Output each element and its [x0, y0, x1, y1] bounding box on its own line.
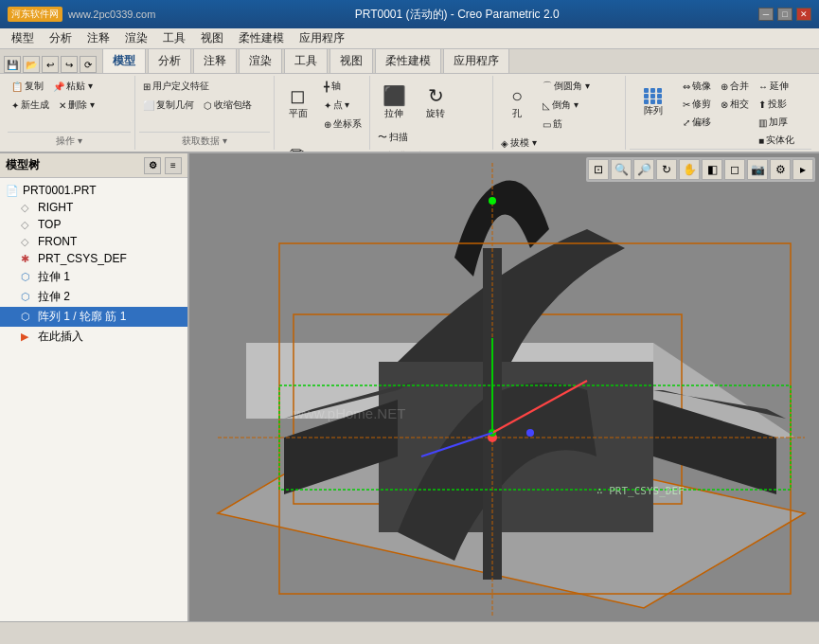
menu-flexible[interactable]: 柔性建模	[231, 28, 292, 48]
tree-item-prt0001[interactable]: 📄 PRT0001.PRT	[0, 182, 187, 199]
minimize-button[interactable]: ─	[758, 8, 774, 21]
menu-analysis[interactable]: 分析	[42, 28, 80, 48]
quick-undo-btn[interactable]: ↩	[42, 56, 59, 73]
project-button[interactable]: ⬆投影	[755, 96, 798, 113]
extrude1-icon: ⬡	[21, 271, 34, 283]
tree-filter-button[interactable]: ≡	[165, 157, 182, 174]
copy-geometry-button[interactable]: ⬜ 复制几何	[139, 97, 198, 114]
tree-item-top[interactable]: ◇ TOP	[0, 216, 187, 233]
vp-perspective-btn[interactable]: ◻	[724, 159, 745, 180]
extrude-button[interactable]: ⬛ 拉伸	[374, 78, 414, 127]
ribbon-tabs: 💾 📂 ↩ ↪ ⟳ 模型 分析 注释 渲染 工具 视图 柔性建模 应用程序	[0, 49, 819, 74]
vp-settings-btn[interactable]: ⚙	[770, 159, 791, 180]
mirror-button[interactable]: ⇔镜像	[679, 78, 715, 95]
tab-apps[interactable]: 应用程序	[443, 48, 509, 73]
chamfer-button[interactable]: ◺倒角 ▾	[539, 97, 594, 114]
tree-settings-button[interactable]: ⚙	[144, 157, 161, 174]
offset-button[interactable]: ⤢偏移	[679, 114, 715, 131]
paste-icon: 📌	[53, 81, 64, 92]
vp-display-btn[interactable]: ◧	[702, 159, 722, 180]
hole-button[interactable]: ○ 孔	[497, 78, 537, 127]
tree-item-extrude1[interactable]: ⬡ 拉伸 1	[0, 267, 187, 287]
point-button[interactable]: ✦点 ▾	[320, 97, 365, 114]
quick-redo-btn[interactable]: ↪	[61, 56, 78, 73]
menubar: 模型 分析 注释 渲染 工具 视图 柔性建模 应用程序	[0, 28, 819, 49]
vp-pan-btn[interactable]: ✋	[679, 159, 700, 180]
tab-view[interactable]: 视图	[329, 48, 373, 73]
trim-button[interactable]: ✂修剪	[679, 96, 715, 113]
edit-buttons: 阵列 ⇔镜像 ✂修剪 ⤢偏移 ⊕合并	[630, 78, 811, 149]
maximize-button[interactable]: □	[777, 8, 792, 21]
quick-open-btn[interactable]: 📂	[23, 56, 40, 73]
vp-zoom-in-btn[interactable]: 🔍	[611, 159, 632, 180]
vp-zoom-out-btn[interactable]: 🔎	[633, 159, 654, 180]
tab-render[interactable]: 渲染	[239, 48, 282, 73]
menu-apps[interactable]: 应用程序	[292, 28, 352, 48]
revolve-button[interactable]: ↻ 旋转	[416, 78, 455, 127]
menu-render[interactable]: 渲染	[117, 28, 155, 48]
tab-model[interactable]: 模型	[102, 48, 146, 73]
tree-item-insert-here[interactable]: ▶ 在此插入	[0, 327, 187, 347]
ribbon: 💾 📂 ↩ ↪ ⟳ 模型 分析 注释 渲染 工具 视图 柔性建模 应用程序 📋 …	[0, 49, 819, 153]
solidify-button[interactable]: ■实体化	[755, 132, 798, 149]
menu-annotation[interactable]: 注释	[80, 28, 117, 48]
quick-regen-btn[interactable]: ⟳	[80, 56, 97, 73]
intersect-button[interactable]: ⊗相交	[717, 96, 753, 113]
extend-button[interactable]: ↔延伸	[755, 78, 798, 95]
vp-camera-btn[interactable]: 📷	[747, 159, 768, 180]
window-title: PRT0001 (活动的) - Creo Parametric 2.0	[355, 7, 560, 23]
viewport[interactable]: ∴ PRT_CSYS_DEF www.pHome.NET ⊡ 🔍 🔎 ↻ ✋ ◧…	[189, 153, 819, 621]
tab-tools[interactable]: 工具	[284, 48, 328, 73]
sketch-button[interactable]: ✏ 草绘	[278, 134, 318, 152]
close-button[interactable]: ✕	[796, 8, 811, 21]
csys-def-icon: ✱	[21, 253, 34, 265]
tree-item-extrude2[interactable]: ⬡ 拉伸 2	[0, 287, 187, 307]
vp-more-btn[interactable]: ▸	[792, 159, 813, 180]
sweep-blend-button[interactable]: ≋扫描混合	[374, 148, 429, 152]
merge-button[interactable]: ⊕合并	[717, 78, 753, 95]
axis-button[interactable]: ╋轴	[320, 78, 365, 95]
acquire-label: 获取数据 ▾	[139, 132, 270, 148]
round-button[interactable]: ⌒倒圆角 ▾	[539, 78, 594, 95]
sweep-button[interactable]: 〜扫描	[374, 129, 429, 146]
tab-flexible[interactable]: 柔性建模	[375, 48, 441, 73]
ribbon-section-shape: ⬛ 拉伸 ↻ 旋转 〜扫描 ≋扫描混合 形状 ▾	[370, 76, 493, 150]
sketch-icon: ✏	[290, 141, 306, 152]
copy-icon: 📋	[11, 81, 23, 92]
menu-view[interactable]: 视图	[193, 28, 231, 48]
thicken-icon: ▥	[758, 117, 767, 128]
revolve-icon: ↻	[428, 84, 444, 107]
titlebar: 河东软件网 www.2pc0339.com PRT0001 (活动的) - Cr…	[0, 0, 819, 28]
array-button[interactable]: 阵列	[630, 78, 677, 127]
point-icon: ✦	[324, 100, 331, 111]
menu-tools[interactable]: 工具	[155, 28, 193, 48]
ribbon-section-operate: 📋 复制 📌 粘贴 ▾ ✦ 新生成 ✕ 删除 ▾ 操作 ▾	[4, 76, 135, 150]
round-icon: ⌒	[543, 80, 552, 93]
plane-top-icon: ◇	[21, 219, 34, 231]
csys-button[interactable]: ⊕坐标系	[320, 116, 365, 133]
intersect-icon: ⊗	[721, 99, 728, 110]
delete-button[interactable]: ✕ 删除 ▾	[55, 97, 98, 114]
vp-zoom-fit-btn[interactable]: ⊡	[588, 159, 609, 180]
rib-button[interactable]: ▭筋	[539, 116, 594, 133]
plane-button[interactable]: ◻ 平面	[278, 78, 318, 127]
tree-item-array1[interactable]: ⬡ 阵列 1 / 轮廓 筋 1	[0, 307, 187, 327]
draft-button[interactable]: ◈拔模 ▾	[497, 134, 541, 152]
tab-analysis[interactable]: 分析	[148, 48, 191, 73]
tab-annotation[interactable]: 注释	[193, 48, 237, 73]
thicken-button[interactable]: ▥加厚	[755, 114, 798, 131]
copy-button[interactable]: 📋 复制	[8, 78, 47, 95]
user-feature-button[interactable]: ⊞ 用户定义特征	[139, 78, 213, 95]
tree-item-right[interactable]: ◇ RIGHT	[0, 199, 187, 216]
tree-item-csys[interactable]: ✱ PRT_CSYS_DEF	[0, 250, 187, 267]
quick-save-btn[interactable]: 💾	[4, 56, 21, 73]
ribbon-section-acquire: ⊞ 用户定义特征 ⬜ 复制几何 ⬡ 收缩包络 获取数据 ▾	[135, 76, 275, 150]
shrinkwrap-button[interactable]: ⬡ 收缩包络	[200, 97, 256, 114]
mirror-icon: ⇔	[683, 81, 690, 92]
new-generate-button[interactable]: ✦ 新生成	[8, 97, 53, 114]
vp-spin-btn[interactable]: ↻	[656, 159, 677, 180]
paste-button[interactable]: 📌 粘贴 ▾	[49, 78, 97, 95]
menu-model[interactable]: 模型	[4, 28, 42, 48]
tree-item-front[interactable]: ◇ FRONT	[0, 233, 187, 250]
model-tree-title: 模型树	[6, 157, 40, 173]
